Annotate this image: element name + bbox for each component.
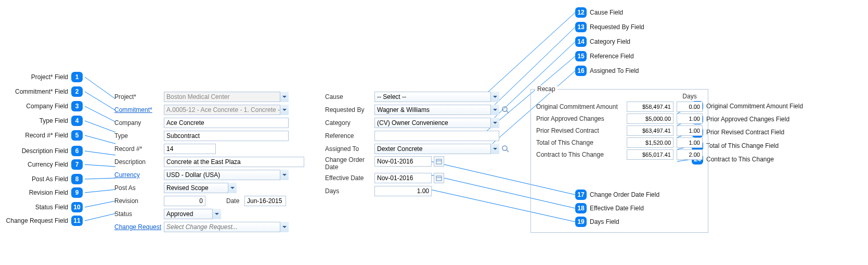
recap-days-header: Days [677, 93, 703, 100]
callout-14: 14 Category Field [575, 36, 630, 47]
recap-amount[interactable] [627, 137, 673, 148]
svg-rect-28 [436, 159, 442, 164]
form-col1: Project* Commitment* Company Type Record… [114, 91, 304, 233]
callout-7: Currency Field 7 [28, 159, 83, 170]
callout-label: Prior Approved Changes Field [706, 116, 789, 123]
project-select[interactable] [164, 92, 289, 102]
svg-line-10 [85, 213, 115, 221]
svg-line-8 [85, 190, 115, 193]
form-col2: Cause Requested By Category Reference As… [325, 91, 510, 233]
recap-days[interactable] [677, 102, 703, 112]
callout-12: 12 Cause Field [575, 7, 623, 18]
calendar-icon[interactable] [434, 156, 444, 167]
callout-label: Contract to This Change [706, 156, 774, 163]
postas-select[interactable] [164, 183, 237, 193]
description-input[interactable] [164, 157, 304, 167]
recap-amount[interactable] [627, 125, 673, 136]
company-input[interactable] [164, 118, 289, 128]
recap-amount[interactable] [627, 102, 673, 112]
svg-point-26 [502, 146, 507, 150]
callout-2: Commitment* Field 2 [15, 86, 83, 97]
form-area: Project* Commitment* Company Type Record… [114, 91, 708, 233]
callout-label: Company Field [26, 103, 68, 110]
callout-badge: 4 [71, 116, 83, 126]
changereq-select[interactable] [164, 222, 289, 232]
recap-days[interactable] [677, 137, 703, 148]
svg-line-3 [85, 121, 115, 132]
svg-line-25 [507, 111, 509, 113]
requestedby-select[interactable] [374, 105, 499, 115]
status-select[interactable] [164, 209, 221, 219]
callout-label: Post As Field [32, 175, 68, 183]
callout-11: Change Request Field 11 [6, 216, 83, 226]
callout-label: Change Request Field [6, 217, 68, 224]
callout-badge: 12 [575, 7, 587, 18]
type-input[interactable] [164, 131, 289, 141]
callout-label: Reference Field [590, 53, 634, 60]
recap-days[interactable] [677, 149, 703, 160]
recap-days[interactable] [677, 125, 703, 136]
svg-line-6 [85, 165, 115, 167]
category-select[interactable] [374, 118, 499, 128]
callout-4: Type Field 4 [40, 116, 83, 126]
callout-6: Description Field 6 [22, 146, 83, 156]
callout-label: Commitment* Field [15, 88, 68, 95]
revision-input[interactable] [164, 196, 205, 206]
codate-label: Change Order Date [325, 156, 374, 171]
callout-label: Currency Field [28, 161, 68, 168]
recap-row-label: Original Commitment Amount [536, 104, 624, 110]
commitment-select[interactable] [164, 105, 289, 115]
currency-select[interactable] [164, 170, 289, 180]
callout-label: Status Field [35, 204, 68, 211]
search-icon[interactable] [501, 106, 510, 114]
recap-amount[interactable] [627, 149, 673, 160]
svg-line-0 [85, 77, 115, 99]
codate-input[interactable] [374, 156, 432, 167]
record-input[interactable] [164, 144, 216, 154]
callout-label: Cause Field [590, 9, 623, 16]
days-input[interactable] [374, 186, 432, 196]
callout-badge: 16 [575, 66, 587, 76]
callout-badge: 6 [71, 146, 83, 156]
revdate-input[interactable] [244, 196, 286, 206]
svg-point-24 [502, 107, 507, 111]
callout-15: 15 Reference Field [575, 51, 634, 61]
callout-badge: 1 [71, 72, 83, 82]
callout-label: Prior Revised Contract Field [706, 129, 784, 136]
callout-badge: 10 [71, 202, 83, 212]
callout-9: Revision Field 9 [29, 187, 83, 198]
type-label: Type [114, 132, 164, 140]
svg-line-4 [85, 135, 115, 144]
reference-label: Reference [325, 132, 374, 140]
callout-label: Record #* Field [25, 132, 68, 139]
callout-label: Category Field [590, 38, 630, 45]
requestedby-label: Requested By [325, 106, 374, 113]
callout-label: Original Commitment Amount Field [706, 103, 803, 110]
callout-13: 13 Requested By Field [575, 22, 644, 32]
recap-amount[interactable] [627, 113, 673, 124]
record-label: Record #* [114, 145, 164, 153]
effdate-label: Effective Date [325, 174, 374, 182]
description-label: Description [114, 158, 164, 166]
recap-row-label: Contract to This Change [536, 151, 624, 158]
cause-select[interactable] [374, 92, 499, 102]
assignedto-select[interactable] [374, 144, 499, 154]
search-icon[interactable] [501, 145, 510, 153]
revision-label: Revision [114, 197, 164, 205]
currency-label[interactable]: Currency [114, 171, 164, 179]
svg-line-1 [85, 92, 115, 110]
recap-days[interactable] [677, 113, 703, 124]
company-label: Company [114, 119, 164, 127]
svg-line-11 [483, 12, 575, 97]
status-label: Status [114, 210, 164, 218]
changereq-label[interactable]: Change Request [114, 223, 164, 231]
commitment-label[interactable]: Commitment* [114, 106, 164, 113]
callout-label: Project* Field [31, 73, 68, 81]
recap-row-label: Total of This Change [536, 139, 624, 146]
svg-line-7 [85, 178, 115, 179]
reference-input[interactable] [374, 131, 499, 141]
effdate-input[interactable] [374, 173, 432, 183]
calendar-icon[interactable] [434, 173, 444, 183]
callout-20: 20 Original Commitment Amount Field [692, 101, 803, 111]
project-label: Project* [114, 93, 164, 100]
